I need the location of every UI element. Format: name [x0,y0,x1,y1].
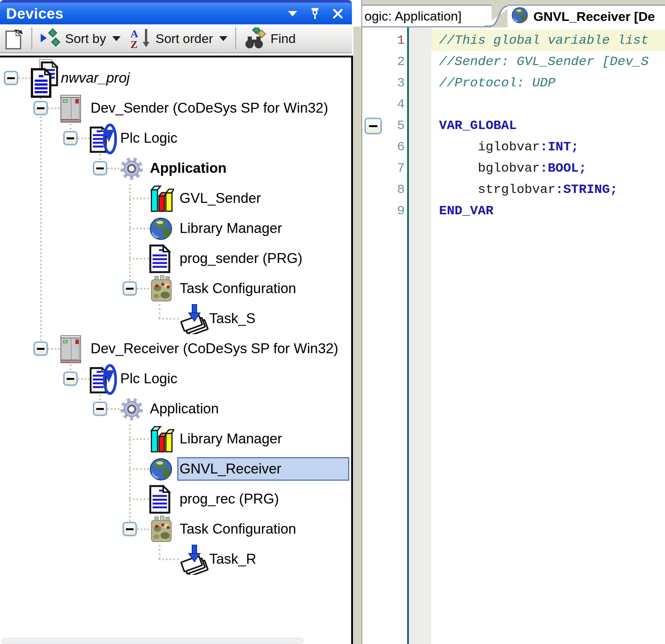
find-icon [244,27,267,49]
project-icon [30,59,59,100]
tree-connector [78,137,90,139]
line-number-1: 1 [362,30,406,51]
code-lines[interactable]: //This global variable list//Sender: GVL… [431,30,665,222]
close-icon[interactable] [333,9,343,19]
tree-connector [129,258,149,260]
tree-connector [129,498,149,500]
bars-icon [149,425,174,455]
line-number-9: 9 [362,200,406,222]
gear-icon [119,397,144,423]
code-fold-toggle[interactable] [364,118,382,134]
tree-item-plc-logic[interactable]: Plc Logic [0,123,349,153]
device-icon [60,94,83,125]
expander-minus[interactable] [63,131,78,145]
tree-item-task-configuration[interactable]: Task Configuration [0,514,349,544]
expander-minus[interactable] [93,402,107,416]
globe-icon [511,6,529,27]
taskstack-icon [179,304,209,336]
tree-item-task-s[interactable]: Task_S [0,304,349,334]
tab-label: ogic: Application] [364,9,461,24]
tree-item-gvl-sender[interactable]: GVL_Sender [0,183,349,214]
sort-order-label: Sort order [156,31,213,46]
tree-item-label: Dev_Sender (CoDeSys SP for Win32) [91,97,328,120]
new-object-button[interactable] [0,26,28,51]
tab-gnvl-receiver[interactable]: GNVL_Receiver [De [508,5,665,27]
collapse-arrow-icon[interactable] [288,11,297,16]
code-token-keyword: :INT; [540,140,579,154]
tree-item-application[interactable]: Application [0,153,349,183]
code-token-keyword: VAR_GLOBAL [439,118,517,133]
code-line-2[interactable]: //Sender: GVL_Sender [Dev_S [431,51,665,72]
tree-connector [129,198,149,199]
line-number-6: 6 [362,136,406,158]
tree-item-application[interactable]: Application [0,394,349,424]
devices-panel-titlebar[interactable]: Devices [0,0,352,24]
code-token-keyword: :BOOL; [540,161,586,175]
editor-tab-bar: ogic: Application] GNVL_Receiver [De [362,0,665,27]
tree-item-task-configuration[interactable]: Task Configuration [0,274,349,304]
tree-item-label: Task Configuration [180,277,296,300]
tree-connector [159,558,179,560]
minus-icon [67,137,74,139]
tree-item-dev-receiver-codesys-sp-for-win32[interactable]: Dev_Receiver (CoDeSys SP for Win32) [0,334,349,364]
code-token-comment: //Protocol: UDP [439,76,555,90]
minus-icon [126,288,134,290]
expander-minus[interactable] [123,522,137,536]
expander-minus[interactable] [93,161,107,175]
sort-by-icon [40,28,61,49]
tab-plc-logic-application[interactable]: ogic: Application] [362,5,492,27]
tree-item-prog-sender-prg[interactable]: prog_sender (PRG) [0,244,349,274]
pin-icon[interactable] [310,8,320,19]
tree-item-label: Task_R [209,548,256,571]
tree-item-label: Application [150,397,219,420]
tree-item-label: GVL_Sender [180,187,261,210]
tree-item-prog-rec-prg[interactable]: prog_rec (PRG) [0,484,349,514]
chevron-down-icon [219,36,228,41]
gear-icon [119,156,144,182]
find-button[interactable]: Find [239,26,300,51]
expander-minus[interactable] [63,371,78,386]
tree-item-task-r[interactable]: Task_R [0,544,349,574]
minus-icon [67,378,74,380]
code-line-3[interactable]: //Protocol: UDP [431,72,665,94]
panel-divider[interactable] [353,27,362,644]
expander-minus[interactable] [33,101,48,115]
tree-item-label: Task_S [209,307,255,330]
code-line-7[interactable]: bglobvar:BOOL; [431,158,665,179]
sort-order-button[interactable]: A Z Sort order [125,26,232,51]
minus-icon [37,107,45,109]
tree-item-plc-logic[interactable]: Plc Logic [0,364,349,394]
devices-panel: Devices [0,0,353,644]
expander-minus[interactable] [123,281,137,296]
tree-connector [137,528,149,530]
tree-connector [48,348,60,350]
taskcfg-icon [149,275,173,304]
code-line-4[interactable] [431,94,665,115]
tree-item-nwvar-proj[interactable]: nwvar_proj [0,63,349,93]
devices-toolbar: Sort by A Z Sort order [0,24,352,53]
chevron-down-icon [112,36,121,41]
code-margin [409,27,431,644]
code-line-5[interactable]: VAR_GLOBAL [431,115,665,136]
code-line-8[interactable]: strglobvar:STRING; [431,179,665,200]
tree-item-label: GNVL_Receiver [180,457,281,480]
code-editor[interactable]: 123456789 //This global variable list//S… [362,27,665,644]
code-line-6[interactable]: iglobvar:INT; [431,136,665,158]
plclogic-icon [90,122,118,156]
tree-item-label: Plc Logic [120,367,177,390]
code-token-plain: bglobvar [439,161,540,175]
expander-minus[interactable] [33,341,48,356]
tree-item-library-manager[interactable]: Library Manager [0,424,349,454]
code-line-1[interactable]: //This global variable list [431,30,665,51]
svg-text:Z: Z [130,38,138,49]
code-line-9[interactable]: END_VAR [431,200,665,222]
tree-connector [129,438,149,440]
expander-minus[interactable] [4,71,18,85]
tree-connector [107,408,119,410]
sort-by-button[interactable]: Sort by [35,26,125,51]
code-token-plain: iglobvar [439,140,540,154]
tree-item-gnvl-receiver[interactable]: GNVL_Receiver [0,454,349,484]
minus-icon [96,167,104,169]
tree-item-library-manager[interactable]: Library Manager [0,214,349,244]
panel-title: Devices [0,5,64,22]
